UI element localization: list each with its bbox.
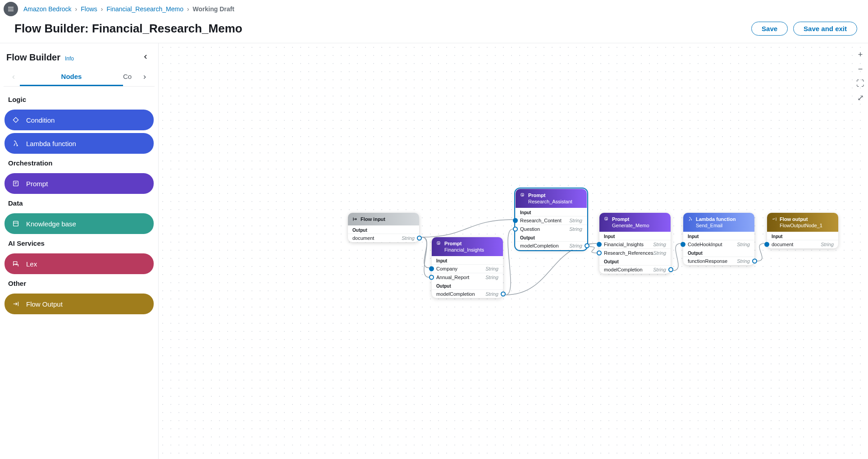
prompt-icon — [436, 241, 442, 246]
node-header[interactable]: PromptResearch_Assistant — [516, 189, 587, 208]
node-body: InputFinancial_InsightsStringResearch_Re… — [599, 232, 671, 274]
tab-configure[interactable]: Co — [123, 68, 138, 86]
output-port[interactable] — [501, 292, 506, 297]
node-palette-item[interactable]: Lambda function — [5, 133, 154, 154]
node-name: FlowOutputNode_1 — [772, 223, 834, 228]
io-type: String — [569, 226, 582, 232]
chevron-right-icon — [142, 74, 148, 80]
flow-node[interactable]: Flow outputFlowOutputNode_1Inputdocument… — [767, 213, 838, 248]
svg-rect-7 — [14, 221, 18, 226]
node-palette-item[interactable]: Flow Output — [5, 294, 154, 314]
header-actions: Save Save and exit — [751, 22, 857, 36]
node-name: Research_Assistant — [520, 199, 582, 204]
collapse-sidebar-button[interactable] — [140, 51, 151, 64]
tabs-scroll-left-button[interactable] — [7, 69, 20, 85]
node-inputs-label: Input — [683, 232, 754, 240]
io-type: String — [737, 258, 750, 264]
node-output-row: documentString — [348, 234, 419, 242]
node-header[interactable]: Lambda functionSend_Email — [683, 213, 754, 232]
diamond-icon — [11, 115, 21, 125]
flow-node[interactable]: PromptGenerate_MemoInputFinancial_Insigh… — [599, 213, 671, 274]
node-input-row: CompanyString — [432, 264, 503, 273]
output-port[interactable] — [585, 243, 589, 248]
input-port[interactable] — [513, 218, 518, 223]
node-input-row: Research_ContentString — [516, 216, 587, 225]
node-name: Send_Email — [688, 223, 750, 228]
sidebar-section-title: Orchestration — [0, 156, 158, 170]
output-icon — [11, 299, 21, 309]
zoom-in-button[interactable]: + — [855, 50, 865, 60]
node-body: InputCompanyStringAnnual_ReportStringOut… — [432, 256, 503, 298]
node-input-row: Annual_ReportString — [432, 273, 503, 281]
io-type: String — [569, 243, 582, 248]
tab-nodes[interactable]: Nodes — [20, 68, 123, 86]
fit-to-screen-button[interactable]: ⛶ — [855, 78, 865, 88]
node-type-label: Prompt — [604, 216, 666, 222]
io-name: modelCompletion — [436, 291, 475, 297]
menu-icon — [7, 5, 14, 13]
sidebar-section-title: Data — [0, 197, 158, 211]
breadcrumb-flows[interactable]: Flows — [81, 5, 97, 13]
breadcrumb-current: Working Draft — [193, 5, 234, 13]
breadcrumb: Amazon Bedrock › Flows › Financial_Resea… — [23, 5, 234, 13]
node-palette-item[interactable]: Condition — [5, 110, 154, 130]
node-output-row: functionResponseString — [683, 257, 754, 265]
output-port[interactable] — [417, 236, 422, 241]
node-input-row: CodeHookInputString — [683, 240, 754, 248]
breadcrumb-root[interactable]: Amazon Bedrock — [23, 5, 72, 13]
node-header[interactable]: PromptFinancial_Insights — [432, 237, 503, 256]
breadcrumb-flow-name[interactable]: Financial_Research_Memo — [107, 5, 183, 13]
node-type-label: Lambda function — [688, 216, 750, 222]
hamburger-menu-button[interactable] — [4, 2, 18, 16]
svg-rect-3 — [13, 117, 18, 122]
lex-icon — [11, 259, 21, 269]
node-body: InputdocumentString — [767, 232, 838, 248]
fullscreen-button[interactable]: ⤢ — [855, 93, 865, 103]
lambda-icon — [11, 138, 21, 148]
input-port[interactable] — [429, 266, 434, 271]
output-port[interactable] — [668, 267, 673, 272]
zoom-out-button[interactable]: − — [855, 64, 865, 74]
node-name: Financial_Insights — [436, 247, 498, 252]
flow-node[interactable]: PromptFinancial_InsightsInputCompanyStri… — [432, 237, 503, 298]
tabs-scroll-right-button[interactable] — [138, 69, 151, 85]
save-button[interactable]: Save — [751, 22, 788, 36]
topbar: Amazon Bedrock › Flows › Financial_Resea… — [0, 0, 868, 18]
input-port[interactable] — [597, 251, 602, 256]
input-port[interactable] — [597, 242, 602, 247]
flow-canvas[interactable]: Flow inputOutputdocumentStringPromptFina… — [159, 43, 868, 459]
node-header[interactable]: PromptGenerate_Memo — [599, 213, 671, 232]
node-palette-item[interactable]: Prompt — [5, 173, 154, 194]
lambda-icon — [688, 216, 693, 222]
chevron-left-icon — [142, 53, 149, 60]
node-outputs-label: Output — [348, 225, 419, 234]
node-palette-item[interactable]: Lex — [5, 253, 154, 274]
io-name: modelCompletion — [520, 243, 559, 248]
flow-node[interactable]: Lambda functionSend_EmailInputCodeHookIn… — [683, 213, 754, 265]
input-port[interactable] — [513, 227, 518, 232]
node-type-label: Flow output — [772, 216, 834, 222]
chevron-right-icon: › — [187, 5, 189, 13]
save-and-exit-button[interactable]: Save and exit — [793, 22, 857, 36]
io-name: modelCompletion — [604, 267, 643, 272]
flow-node[interactable]: Flow inputOutputdocumentString — [348, 213, 419, 242]
chevron-right-icon: › — [75, 5, 78, 13]
input-port[interactable] — [429, 275, 434, 280]
sidebar-tabs: Nodes Co — [4, 68, 155, 87]
node-palette-item-label: Lex — [26, 260, 37, 268]
node-header[interactable]: Flow outputFlowOutputNode_1 — [767, 213, 838, 232]
node-outputs-label: Output — [516, 233, 587, 241]
node-header[interactable]: Flow input — [348, 213, 419, 225]
output-port[interactable] — [752, 259, 757, 264]
input-port[interactable] — [681, 242, 685, 247]
node-name: Generate_Memo — [604, 223, 666, 228]
io-name: Company — [436, 266, 457, 271]
input-port[interactable] — [764, 242, 769, 247]
sidebar-section-title: AI Services — [0, 237, 158, 251]
info-link[interactable]: Info — [65, 55, 74, 62]
prompt-icon — [604, 216, 609, 222]
node-palette-item[interactable]: Knowledge base — [5, 213, 154, 234]
flow-node[interactable]: PromptResearch_AssistantInputResearch_Co… — [516, 189, 587, 250]
node-outputs-label: Output — [432, 281, 503, 289]
io-name: functionResponse — [688, 258, 727, 264]
